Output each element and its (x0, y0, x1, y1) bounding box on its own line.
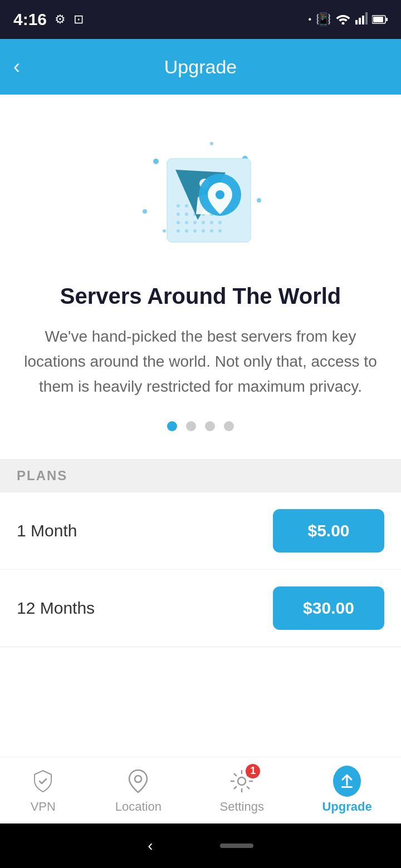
dot-1[interactable] (167, 421, 177, 431)
svg-rect-3 (362, 16, 364, 24)
plans-section: 1 Month $5.00 12 Months $30.00 (0, 492, 401, 647)
svg-rect-7 (386, 18, 388, 21)
svg-point-8 (153, 159, 159, 164)
svg-point-37 (210, 229, 213, 233)
svg-point-31 (210, 221, 213, 224)
plan-price-button-12months[interactable]: $30.00 (273, 586, 384, 630)
svg-point-30 (202, 221, 205, 224)
hero-description: We've hand-picked the best servers from … (22, 324, 379, 399)
nav-item-vpn[interactable]: VPN (29, 767, 57, 814)
svg-point-16 (185, 204, 188, 208)
plan-row-1month: 1 Month $5.00 (0, 492, 401, 570)
back-button[interactable]: ‹ (13, 55, 20, 78)
nav-label-vpn: VPN (31, 800, 56, 814)
svg-point-22 (185, 213, 188, 216)
plan-price-button-1month[interactable]: $5.00 (273, 509, 384, 553)
svg-point-29 (193, 221, 197, 224)
android-nav-bar: ‹ (0, 823, 401, 868)
plan-name-12months: 12 Months (17, 599, 95, 618)
dot-4[interactable] (224, 421, 234, 431)
svg-point-15 (177, 204, 180, 208)
nav-label-upgrade: Upgrade (322, 800, 371, 814)
svg-point-32 (218, 221, 222, 224)
svg-point-13 (163, 229, 166, 233)
nav-item-settings[interactable]: 1 Settings (219, 767, 264, 814)
svg-rect-1 (355, 20, 358, 24)
svg-point-34 (185, 229, 188, 233)
nav-label-settings: Settings (219, 800, 264, 814)
svg-point-12 (210, 142, 213, 145)
settings-icon: 1 (228, 767, 256, 795)
svg-rect-4 (365, 12, 368, 24)
svg-point-42 (216, 190, 224, 199)
svg-point-21 (177, 213, 180, 216)
svg-point-11 (143, 209, 147, 214)
status-left: 4:16 ⚙ ⊡ (13, 10, 84, 29)
status-right: • 📳 (308, 11, 388, 28)
plans-label: PLANS (17, 468, 67, 484)
status-time: 4:16 (13, 10, 47, 29)
android-back-button[interactable]: ‹ (148, 837, 153, 855)
svg-rect-6 (373, 17, 383, 22)
svg-rect-2 (359, 18, 361, 24)
nav-item-upgrade[interactable]: Upgrade (322, 767, 371, 814)
svg-point-35 (193, 229, 197, 233)
nav-item-location[interactable]: Location (115, 767, 162, 814)
nav-bar: ‹ Upgrade (0, 39, 401, 95)
vpn-icon (29, 767, 57, 795)
record-icon: ⊡ (74, 12, 84, 27)
svg-point-43 (135, 776, 141, 782)
gear-icon: ⚙ (55, 12, 66, 27)
status-bar: 4:16 ⚙ ⊡ • 📳 (0, 0, 401, 39)
svg-point-33 (177, 229, 180, 233)
svg-point-28 (185, 221, 188, 224)
plan-row-12months: 12 Months $30.00 (0, 570, 401, 647)
dot-icon: • (308, 14, 311, 24)
battery-icon (372, 11, 388, 28)
plan-name-1month: 1 Month (17, 521, 77, 540)
bottom-nav: VPN Location 1 Settings (0, 757, 401, 823)
settings-badge: 1 (246, 764, 260, 778)
svg-point-44 (238, 777, 246, 785)
svg-point-10 (257, 198, 261, 203)
svg-point-38 (218, 229, 222, 233)
location-icon (124, 767, 152, 795)
page-title: Upgrade (164, 56, 237, 78)
pagination-dots (167, 421, 234, 431)
hero-illustration (123, 128, 278, 262)
plans-divider: PLANS (0, 459, 401, 492)
svg-rect-45 (341, 786, 353, 788)
dot-2[interactable] (186, 421, 196, 431)
nav-label-location: Location (115, 800, 162, 814)
hero-section: Servers Around The World We've hand-pick… (0, 95, 401, 459)
signal-icon (355, 11, 368, 28)
svg-point-27 (177, 221, 180, 224)
vibrate-icon: 📳 (316, 12, 331, 27)
upgrade-icon (333, 767, 361, 795)
android-home-pill[interactable] (220, 844, 253, 848)
wifi-icon (335, 11, 351, 28)
dot-3[interactable] (205, 421, 215, 431)
svg-point-36 (202, 229, 205, 233)
hero-title: Servers Around The World (60, 284, 341, 309)
svg-point-0 (342, 22, 345, 24)
